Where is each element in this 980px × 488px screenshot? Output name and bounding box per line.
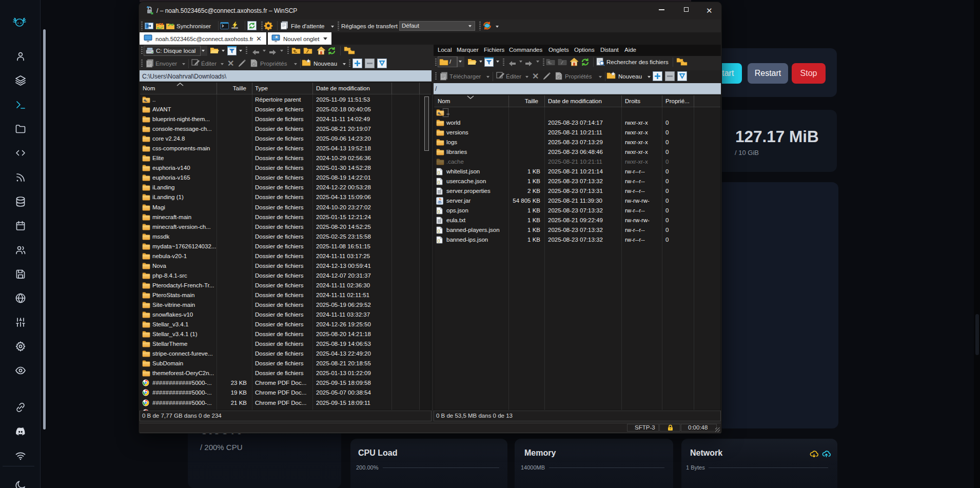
svg-text:(): () [438, 180, 441, 184]
svg-text:(): () [438, 209, 441, 213]
svg-text:(): () [438, 170, 441, 174]
svg-text:(): () [438, 238, 441, 243]
svg-text:(): () [438, 228, 441, 233]
